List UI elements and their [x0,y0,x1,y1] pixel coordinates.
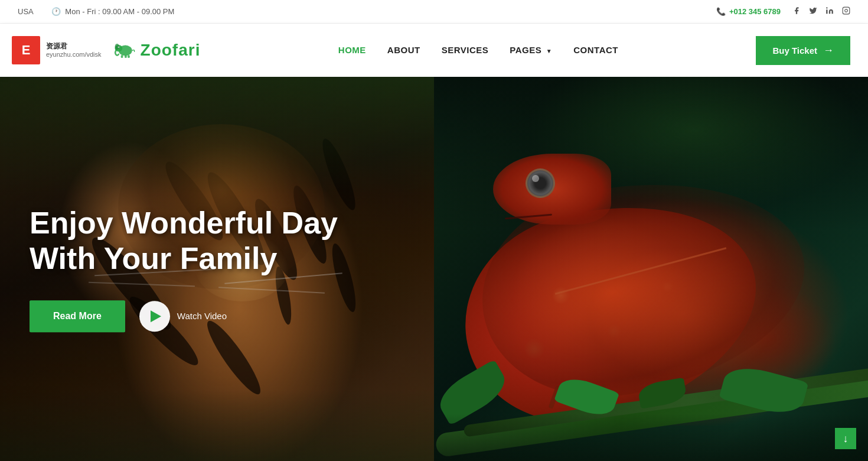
play-icon [151,310,161,322]
hero-buttons: Read More Watch Video [30,300,338,332]
svg-point-7 [118,47,119,47]
chameleon-background [434,77,868,461]
svg-rect-10 [128,55,130,58]
phone-icon: 📞 [716,7,726,16]
linkedin-icon[interactable] [825,7,834,17]
chameleon-eye [526,168,555,198]
scroll-down-icon: ↓ [843,433,849,444]
nav-bar: E 资源君 eyunzhu.com/vdisk [0,24,868,77]
social-icons [792,7,850,17]
logo-area: E 资源君 eyunzhu.com/vdisk [12,36,200,64]
instagram-icon[interactable] [842,7,850,17]
svg-point-0 [826,7,827,8]
read-more-button[interactable]: Read More [30,300,125,332]
hero-section: Enjoy Wonderful Day With Your Family Rea… [0,77,868,461]
nav-services[interactable]: SERVICES [442,45,489,55]
hero-left-panel: Enjoy Wonderful Day With Your Family Rea… [0,77,434,461]
svg-rect-1 [843,7,850,14]
arrow-icon: → [823,44,834,57]
facebook-icon[interactable] [792,7,801,17]
logo-badge: E [12,36,40,64]
hours-label: 🕐 Mon - Fri : 09.00 AM - 09.00 PM [51,7,175,16]
scroll-indicator[interactable]: ↓ [835,428,856,449]
hero-right-panel: ↓ [434,77,868,461]
top-bar: USA 🕐 Mon - Fri : 09.00 AM - 09.00 PM 📞 … [0,0,868,24]
svg-rect-8 [120,55,123,58]
top-bar-left: USA 🕐 Mon - Fri : 09.00 AM - 09.00 PM [18,7,174,16]
phone-number[interactable]: 📞 +012 345 6789 [716,7,781,16]
play-circle [139,301,170,332]
hero-content: Enjoy Wonderful Day With Your Family Rea… [30,206,338,332]
nav-home[interactable]: HOME [338,45,366,55]
nav-about[interactable]: ABOUT [387,45,420,55]
svg-rect-9 [125,55,127,58]
logo-brand[interactable]: Zoofari [113,37,201,64]
main-nav: HOME ABOUT SERVICES PAGES ▼ CONTACT [338,45,618,56]
top-bar-right: 📞 +012 345 6789 [716,7,850,17]
nav-pages[interactable]: PAGES ▼ [510,45,552,55]
twitter-icon[interactable] [809,7,817,17]
region-label: USA [18,7,34,16]
buy-ticket-button[interactable]: Buy Ticket → [756,36,850,65]
logo-text-block: 资源君 eyunzhu.com/vdisk [46,42,102,59]
nav-contact[interactable]: CONTACT [573,45,618,55]
watch-video-button[interactable]: Watch Video [139,301,227,332]
animal-icon [113,37,136,64]
hero-title: Enjoy Wonderful Day With Your Family [30,206,338,277]
clock-icon: 🕐 [51,7,61,16]
